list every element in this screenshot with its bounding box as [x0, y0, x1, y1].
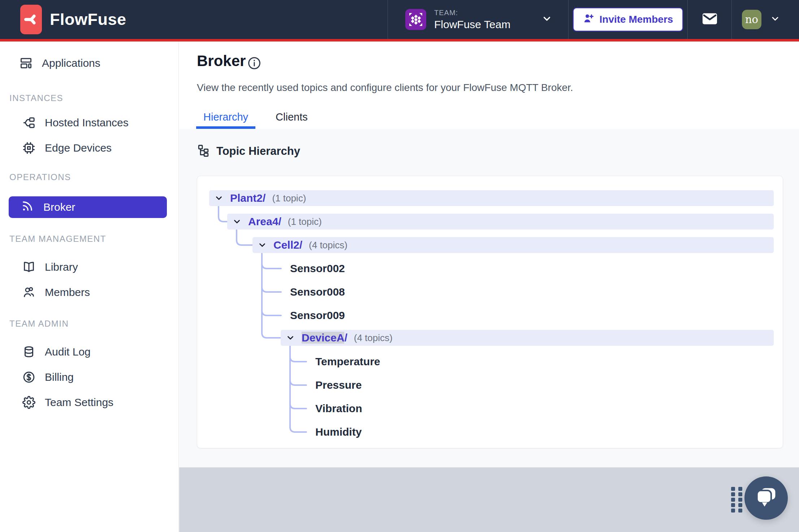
sidebar-item-label: Billing [45, 371, 74, 383]
hierarchy-tree-icon [197, 144, 210, 158]
tree-leaf-label: Temperature [315, 356, 380, 368]
sidebar-section-operations: OPERATIONS [9, 172, 71, 182]
broker-icon [21, 200, 34, 215]
tree-leaf-vibration[interactable]: Vibration [315, 401, 362, 417]
tree-leaf-humidity[interactable]: Humidity [315, 424, 362, 440]
tab-hierarchy[interactable]: Hierarchy [196, 111, 255, 129]
tree-node-devicea[interactable]: DeviceA/ (4 topics) [281, 330, 774, 346]
chevron-down-icon [286, 333, 295, 343]
invite-members-label: Invite Members [600, 14, 673, 25]
user-chevron-down-icon [770, 14, 780, 25]
tree-leaf-label: Humidity [315, 426, 362, 438]
top-navbar: FlowFuse TEAM: FlowFuse Team [0, 0, 799, 39]
sidebar-item-label: Applications [42, 57, 100, 69]
tree-leaf-temperature[interactable]: Temperature [315, 354, 380, 370]
sidebar-item-hosted-instances[interactable]: Hosted Instances [0, 110, 178, 135]
sidebar-nav: Applications INSTANCES Hosted Instances [0, 42, 179, 532]
tree-leaf-label: Vibration [315, 402, 362, 415]
team-chevron-down-icon [541, 13, 552, 26]
sidebar-item-label: Edge Devices [45, 142, 112, 154]
brand-logo[interactable]: FlowFuse [0, 0, 388, 39]
sidebar-item-label: Broker [43, 201, 75, 213]
members-icon [22, 286, 35, 299]
tree-leaf-sensor002[interactable]: Sensor002 [290, 261, 345, 276]
user-avatar: no [742, 10, 761, 29]
tree-leaf-label: Sensor008 [290, 286, 345, 298]
applications-icon [20, 57, 33, 70]
bottom-band [179, 467, 799, 532]
audit-log-icon [22, 345, 35, 358]
chevron-down-icon [214, 193, 224, 203]
sidebar-section-instances: INSTANCES [9, 93, 63, 103]
tree-node-label: Cell2/ [273, 239, 302, 251]
mail-section [687, 0, 731, 39]
chat-bubbles-icon [754, 486, 778, 510]
library-icon [22, 261, 35, 274]
sidebar-item-billing[interactable]: Billing [0, 365, 178, 390]
tab-clients[interactable]: Clients [268, 111, 315, 129]
info-icon[interactable] [247, 56, 262, 72]
user-plus-icon [583, 13, 595, 27]
tree-node-area4[interactable]: Area4/ (1 topic) [227, 214, 774, 230]
tree-leaf-pressure[interactable]: Pressure [315, 377, 362, 393]
hosted-instances-icon [22, 116, 35, 129]
sidebar-item-broker[interactable]: Broker [9, 196, 167, 218]
sidebar-item-label: Team Settings [45, 396, 113, 409]
team-label: TEAM: [434, 9, 510, 17]
tree-node-label: Area4/ [248, 215, 281, 228]
tree-leaf-sensor008[interactable]: Sensor008 [290, 284, 345, 300]
gear-icon [22, 396, 35, 409]
tree-node-count: (1 topic) [272, 193, 306, 204]
sidebar-item-applications[interactable]: Applications [0, 51, 178, 76]
sidebar-item-members[interactable]: Members [0, 280, 178, 305]
edge-devices-icon [22, 141, 35, 154]
team-avatar [405, 9, 426, 30]
tree-node-label: DeviceA/ [302, 332, 347, 344]
topic-hierarchy-header: Topic Hierarchy [197, 144, 300, 158]
chevron-down-icon [258, 240, 267, 250]
billing-icon [22, 371, 35, 384]
tree-leaf-sensor009[interactable]: Sensor009 [290, 308, 345, 323]
chat-button[interactable] [744, 476, 788, 520]
red-accent-line [0, 39, 799, 42]
sidebar-item-library[interactable]: Library [0, 254, 178, 280]
brand-name: FlowFuse [50, 10, 126, 29]
sidebar-item-team-settings[interactable]: Team Settings [0, 390, 178, 415]
tree-leaf-label: Pressure [315, 379, 362, 391]
topic-tree-card: Plant2/ (1 topic) Area4/ (1 topic) Cell2… [197, 176, 783, 448]
sidebar-item-label: Members [45, 286, 90, 298]
drag-handle-icon[interactable] [729, 485, 746, 514]
main-content: Broker View the recently used topics and… [179, 42, 799, 532]
page-title: Broker [197, 52, 246, 70]
team-name: FlowFuse Team [434, 18, 510, 31]
user-menu[interactable]: no [731, 0, 799, 39]
sidebar-item-label: Audit Log [45, 346, 91, 358]
page-header: Broker View the recently used topics and… [179, 42, 799, 129]
tree-node-label: Plant2/ [230, 192, 265, 204]
tree-node-count: (4 topics) [354, 332, 393, 344]
tab-bar: Hierarchy Clients [196, 111, 315, 129]
sidebar-item-label: Hosted Instances [45, 117, 129, 129]
sidebar-item-label: Library [45, 261, 78, 273]
hierarchy-panel: Topic Hierarchy P [179, 129, 799, 467]
selected-text: DeviceA [302, 332, 344, 344]
sidebar-section-team-management: TEAM MANAGEMENT [9, 234, 106, 244]
sidebar-item-edge-devices[interactable]: Edge Devices [0, 135, 178, 161]
tree-node-cell2[interactable]: Cell2/ (4 topics) [252, 237, 774, 253]
flowfuse-app: FlowFuse TEAM: FlowFuse Team [0, 0, 799, 532]
tree-leaf-label: Sensor009 [290, 309, 345, 322]
tree-node-plant2[interactable]: Plant2/ (1 topic) [209, 190, 774, 206]
topic-hierarchy-title: Topic Hierarchy [216, 145, 300, 158]
sidebar-section-team-admin: TEAM ADMIN [9, 319, 69, 329]
tree-node-count: (1 topic) [288, 216, 322, 227]
team-selector[interactable]: TEAM: FlowFuse Team [388, 0, 568, 39]
label-suffix: / [344, 332, 347, 344]
tree-node-count: (4 topics) [309, 240, 347, 251]
invite-members-button[interactable]: Invite Members [573, 8, 683, 31]
invite-section: Invite Members [568, 0, 687, 39]
sidebar-item-audit-log[interactable]: Audit Log [0, 339, 178, 365]
chevron-down-icon [232, 217, 242, 226]
mail-icon[interactable] [701, 12, 718, 27]
flowfuse-logo-icon [20, 5, 42, 34]
page-subtitle: View the recently used topics and config… [197, 82, 573, 93]
